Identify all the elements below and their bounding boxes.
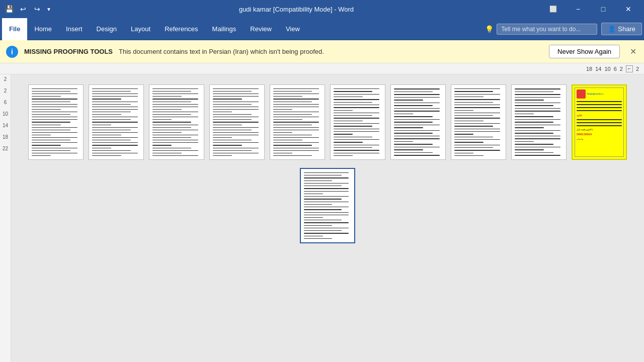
v-ruler-2: 2 [4, 76, 7, 82]
page-line [334, 131, 379, 132]
title-bar-title: gudi kamar [Compatibility Mode] - Word [51, 6, 541, 13]
page-line [394, 100, 423, 101]
page-line [152, 96, 182, 97]
page-line [273, 109, 292, 110]
tab-layout[interactable]: Layout [124, 18, 157, 40]
page-line [334, 107, 379, 108]
page-line [334, 155, 353, 156]
page-line [213, 142, 259, 143]
page-line [454, 153, 473, 153]
page-line [92, 109, 138, 110]
page-line [213, 109, 259, 110]
close-button[interactable]: ✕ [617, 0, 640, 18]
share-button[interactable]: 👤 Share [601, 23, 642, 35]
page-line [152, 125, 198, 125]
page-line [92, 132, 138, 133]
page-thumb-8[interactable] [451, 84, 506, 160]
v-ruler-22: 22 [3, 146, 8, 151]
ad-line [577, 119, 622, 120]
page-line [92, 127, 138, 128]
quick-access-arrow[interactable]: ▼ [46, 7, 51, 12]
page-line [515, 130, 560, 131]
page-line [454, 147, 493, 148]
page-line [454, 134, 473, 134]
page-line [32, 99, 77, 99]
notification-close-button[interactable]: ✕ [628, 47, 638, 57]
page-line [454, 145, 500, 145]
ad-line [577, 125, 622, 126]
ruler-num-14: 14 [595, 66, 601, 72]
restore-window-icon[interactable]: ⬜ [541, 0, 565, 18]
page-line [273, 96, 302, 97]
ribbon-search-input[interactable] [497, 24, 597, 35]
page-thumb-10-ad[interactable]: Tahghighonline.ir دانلود با کمترین قیمت … [572, 84, 627, 160]
page-line [32, 132, 77, 133]
page-line [92, 150, 131, 151]
minimize-button[interactable]: − [567, 0, 590, 18]
ruler-num-18: 18 [586, 66, 592, 72]
page-line [213, 99, 242, 99]
page-line [515, 141, 534, 142]
ruler-tab-stop[interactable]: ⌐ [626, 65, 633, 72]
tab-insert[interactable]: Insert [59, 18, 90, 40]
page-line [152, 107, 198, 107]
page-line [334, 145, 379, 145]
page-line [92, 153, 138, 153]
tab-references[interactable]: References [157, 18, 205, 40]
page-line [32, 137, 77, 138]
page-line [515, 125, 560, 126]
ad-line [577, 104, 622, 105]
page-line [273, 104, 319, 105]
page-line [152, 145, 172, 145]
page-line [394, 105, 433, 106]
page-line [394, 122, 433, 123]
page-thumb-4[interactable] [209, 84, 265, 160]
page-line [454, 139, 500, 140]
page-line [394, 152, 433, 153]
page-line [213, 114, 252, 115]
page-line [394, 133, 433, 134]
page-thumb-1[interactable] [28, 84, 84, 160]
never-show-again-button[interactable]: Never Show Again [549, 45, 620, 58]
page-thumb-3[interactable] [149, 84, 204, 160]
page-thumb-11[interactable] [300, 168, 355, 243]
tab-design[interactable]: Design [90, 18, 124, 40]
page-line [152, 104, 198, 105]
page-line [32, 109, 61, 110]
page-line [92, 125, 111, 125]
page-line [92, 122, 138, 122]
ad-line [577, 101, 622, 102]
tab-home[interactable]: Home [27, 18, 59, 40]
redo-icon[interactable]: ↪ [32, 4, 42, 14]
tab-mailings[interactable]: Mailings [205, 18, 244, 40]
undo-icon[interactable]: ↩ [18, 4, 28, 14]
page-line [213, 107, 259, 107]
page-thumb-5[interactable] [270, 84, 325, 160]
page-line [394, 138, 440, 139]
page-line [454, 102, 493, 103]
page-thumb-7[interactable] [390, 84, 446, 160]
page-line [92, 145, 138, 145]
page-line [152, 142, 198, 143]
page-thumb-2[interactable] [89, 84, 144, 160]
page-thumb-9[interactable] [511, 84, 567, 160]
page-line [515, 133, 553, 134]
page-line [304, 236, 323, 236]
v-ruler-14: 14 [3, 123, 8, 128]
page-line [92, 112, 131, 112]
v-ruler-18: 18 [3, 134, 8, 140]
page-thumb-6[interactable] [330, 84, 385, 160]
page-line [334, 88, 379, 89]
horizontal-ruler: 18 14 10 6 2 ⌐ 2 [0, 63, 644, 74]
ad-line [577, 110, 622, 111]
page-line [152, 99, 198, 99]
page-line [334, 102, 372, 103]
tab-file[interactable]: File [2, 18, 27, 40]
page-line [515, 147, 560, 148]
save-icon[interactable]: 💾 [4, 4, 14, 14]
tab-view[interactable]: View [279, 18, 307, 40]
page-line [515, 149, 544, 150]
tab-review[interactable]: Review [243, 18, 279, 40]
maximize-button[interactable]: □ [592, 0, 615, 18]
pages-row-2 [300, 168, 355, 243]
